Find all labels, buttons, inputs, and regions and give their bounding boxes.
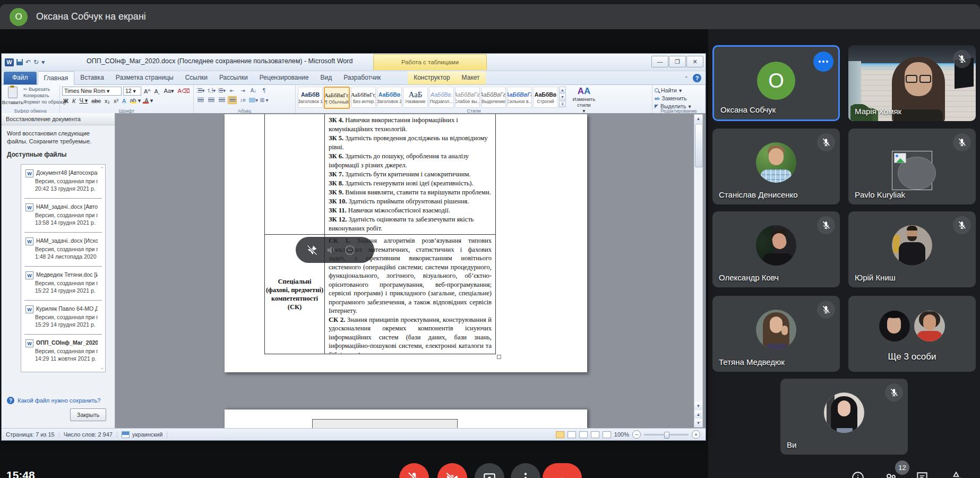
styles-gallery-expand-icon[interactable]: ⊽ <box>559 101 566 107</box>
subscript-button[interactable]: x₂ <box>104 98 111 104</box>
text-effects-icon[interactable]: А̣ <box>121 98 127 104</box>
change-case-icon[interactable]: Аа▾ <box>163 88 175 95</box>
chat-button[interactable] <box>915 471 929 478</box>
justify-icon[interactable] <box>228 96 237 104</box>
style-subtle-emphasis[interactable]: АаБбВвГг,Слабое вы... <box>455 87 480 108</box>
recovery-file-item[interactable]: WДокумент48 [Автосохраненный] Версия, со… <box>21 165 105 194</box>
replace-button[interactable]: abЗаменить <box>655 95 703 101</box>
sort-icon[interactable]: А↓ <box>249 87 258 95</box>
minimize-ribbon-icon[interactable]: ⌃ <box>684 75 689 81</box>
tile-overflow-participants[interactable]: Ще 3 особи <box>848 296 976 372</box>
zoom-out-button[interactable]: − <box>632 430 641 439</box>
tab-review[interactable]: Рецензирование <box>254 71 315 84</box>
paste-button[interactable]: Вставить <box>4 87 22 107</box>
next-page-icon[interactable]: ▼̄ <box>694 419 702 427</box>
tile-tetiana-medvediuk[interactable]: Тетяна Медведюк <box>712 296 840 372</box>
multilevel-list-icon[interactable]: ⁝▾ <box>217 87 226 95</box>
zoom-slider-thumb[interactable] <box>664 432 669 439</box>
word-logo-icon[interactable]: W <box>5 58 14 66</box>
tab-table-design[interactable]: Конструктор <box>408 71 455 84</box>
italic-button[interactable]: К <box>71 98 76 104</box>
style-strong[interactable]: АаБбВвСтрогий <box>533 87 558 108</box>
change-styles-button[interactable]: АА Изменить стили▾ <box>567 87 601 107</box>
close-button[interactable]: ✕ <box>686 56 703 67</box>
line-spacing-icon[interactable]: ↕≡ <box>238 96 247 104</box>
unpin-overlay[interactable] <box>296 237 374 263</box>
style-intense-emphasis[interactable]: АаБбВвГгСильное в... <box>507 87 532 108</box>
underline-button[interactable]: Ч ▾ <box>78 97 89 104</box>
style-title[interactable]: АаБНазвание <box>403 87 428 108</box>
maximize-button[interactable]: ❐ <box>669 56 686 67</box>
recovery-file-item-current[interactable]: WОПП_СОІнф_Маг_2020.docx ... Версия, соз… <box>21 335 105 364</box>
align-left-icon[interactable] <box>196 96 205 104</box>
show-marks-icon[interactable]: ¶ <box>260 87 269 95</box>
tab-view[interactable]: Вид <box>314 71 338 84</box>
scrollbar-thumb[interactable] <box>695 124 703 167</box>
document-page[interactable]: ЗК 4. Навички використання інформаційних… <box>225 114 587 372</box>
previous-page-icon[interactable]: ▲̄ <box>694 411 702 419</box>
print-layout-view-button[interactable] <box>556 431 564 438</box>
qat-dropdown-icon[interactable]: ▾ <box>41 58 45 66</box>
numbering-icon[interactable]: ⒈▾ <box>207 87 216 95</box>
vertical-scrollbar[interactable]: ▲ ▼ ▲̄ ▼̄ <box>694 114 703 428</box>
meeting-details-button[interactable] <box>851 471 865 478</box>
more-options-button[interactable] <box>813 52 833 72</box>
bold-button[interactable]: Ж <box>62 98 70 104</box>
tab-mailings[interactable]: Рассылки <box>213 71 254 84</box>
shading-icon[interactable]: ▾ <box>249 96 258 104</box>
clear-formatting-icon[interactable]: А⌫ <box>177 88 191 95</box>
tile-yurii-knysh[interactable]: Юрій Книш <box>848 211 976 287</box>
web-layout-view-button[interactable] <box>579 431 588 438</box>
strikethrough-button[interactable]: abc <box>90 98 102 104</box>
which-file-help-link[interactable]: ? Какой файл нужно сохранить? <box>7 397 100 404</box>
align-right-icon[interactable] <box>217 96 226 104</box>
recovery-file-item[interactable]: WНАМ_задачі..docx [Автосохране... Версия… <box>21 199 105 228</box>
style-no-spacing[interactable]: АаБбВвГг,¶ Без интер... <box>351 87 376 108</box>
recovery-file-item[interactable]: WКуриляк Павло 64-МО Дипломна... Версия,… <box>21 301 105 330</box>
style-heading2[interactable]: АаБбВвЗаголовок 2 <box>377 87 402 108</box>
grow-font-icon[interactable]: А^ <box>143 88 152 95</box>
style-heading1[interactable]: АаБбВЗаголовок 1 <box>298 87 323 108</box>
find-button[interactable]: Найти ▾ <box>655 87 703 93</box>
word-titlebar[interactable]: W ↶ ↻ ▾ ОПП_СОІнф_Маг_2020.docx (Последн… <box>2 54 706 71</box>
save-icon[interactable] <box>16 59 23 65</box>
tab-references[interactable]: Ссылки <box>179 71 213 84</box>
font-size-select[interactable]: 12 ▾ <box>123 87 141 96</box>
align-center-icon[interactable] <box>207 96 216 104</box>
zoom-slider[interactable] <box>644 434 689 436</box>
fullscreen-view-button[interactable] <box>568 431 576 438</box>
tile-oksana-sobchuk[interactable]: O Оксана Собчук <box>712 45 840 121</box>
activities-button[interactable] <box>949 471 963 478</box>
word-count[interactable]: Число слов: 2 947 <box>59 431 117 438</box>
tile-oleksandr-kovch[interactable]: Олександр Ковч <box>712 211 840 287</box>
tile-maria-khomiak[interactable]: Марія Хомяк <box>848 45 976 121</box>
language-indicator[interactable]: украинский <box>117 431 167 438</box>
page-indicator[interactable]: Страница: 7 из 15 <box>2 431 59 438</box>
redo-icon[interactable]: ↻ <box>33 58 39 66</box>
scroll-down-icon[interactable]: ▼ <box>694 402 702 410</box>
superscript-button[interactable]: x² <box>113 98 119 104</box>
styles-scroll-down-icon[interactable]: ▼ <box>559 93 566 100</box>
font-name-select[interactable]: Times New Rom ▾ <box>62 87 122 96</box>
increase-indent-icon[interactable]: ⇥ <box>238 87 247 95</box>
recovery-file-item[interactable]: WНАМ_задачі..docx [Исходный] Версия, соз… <box>21 233 105 262</box>
scroll-up-icon[interactable]: ▲ <box>694 115 702 123</box>
list-scroll-down-icon[interactable]: ⌄ <box>100 365 104 370</box>
draft-view-button[interactable] <box>603 431 611 438</box>
highlight-button[interactable]: ab ▾ <box>128 97 142 104</box>
minimize-button[interactable]: — <box>651 56 668 67</box>
list-scroll-up-icon[interactable]: ⌃ <box>100 166 104 172</box>
table-resize-handle[interactable] <box>497 355 501 359</box>
bullets-icon[interactable]: ⁚▾ <box>196 87 205 95</box>
tab-developer[interactable]: Разработчик <box>338 71 386 84</box>
tab-insert[interactable]: Вставка <box>74 71 110 84</box>
style-subtitle[interactable]: АаБбВв.Подзагол... <box>429 87 454 108</box>
borders-icon[interactable]: ⊞ ▾ <box>260 96 269 104</box>
style-normal[interactable]: АаБбВвГг,¶ Обычный <box>324 87 350 109</box>
zoom-level[interactable]: 100% <box>614 431 629 438</box>
pin-off-icon[interactable] <box>306 244 319 257</box>
close-pane-button[interactable]: Закрыть <box>70 408 106 421</box>
zoom-in-button[interactable]: + <box>692 430 700 439</box>
tile-stanislav-denysenko[interactable]: Станіслав Денисенко <box>712 129 840 204</box>
decrease-indent-icon[interactable]: ⇤ <box>228 87 237 95</box>
